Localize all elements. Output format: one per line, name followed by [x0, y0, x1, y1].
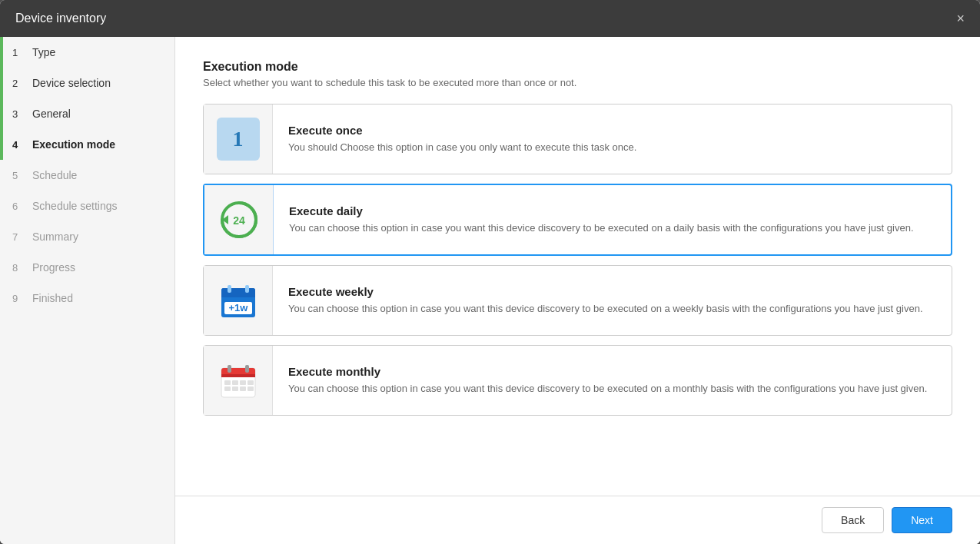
option-icon-box-monthly: [204, 346, 273, 415]
sidebar-bar: [0, 129, 3, 160]
option-card-daily[interactable]: 24 Execute dailyYou can choose this opti…: [203, 184, 952, 256]
content-area: Execution mode Select whether you want t…: [175, 37, 980, 544]
option-desc-monthly: You can choose this option in case you w…: [288, 381, 936, 396]
back-button[interactable]: Back: [822, 507, 884, 533]
step-number: 2: [12, 78, 25, 89]
step-number: 5: [12, 170, 25, 181]
svg-rect-13: [228, 365, 231, 373]
svg-rect-12: [221, 374, 255, 377]
option-text-once: Execute onceYou should Choose this optio…: [273, 113, 952, 166]
svg-rect-16: [232, 380, 238, 385]
execute-monthly-icon: [217, 359, 260, 402]
option-text-monthly: Execute monthlyYou can choose this optio…: [273, 354, 952, 407]
option-icon-box-daily: 24: [204, 185, 274, 254]
option-desc-weekly: You can choose this option in case you w…: [288, 301, 936, 317]
step-label: Summary: [32, 231, 78, 243]
step-label: Type: [32, 46, 55, 58]
step-number: 3: [12, 108, 25, 120]
svg-text:+1w: +1w: [228, 302, 248, 313]
sidebar-item-0[interactable]: 1Type: [0, 37, 174, 68]
section-title: Execution mode: [203, 60, 952, 74]
sidebar-bar: [0, 68, 3, 98]
svg-rect-18: [247, 380, 254, 385]
svg-rect-5: [221, 294, 255, 297]
step-number: 8: [12, 262, 25, 274]
option-text-weekly: Execute weeklyYou can choose this option…: [273, 274, 952, 327]
execute-once-icon: 1: [217, 118, 260, 161]
sidebar-item-4: 5Schedule: [0, 160, 174, 191]
options-container: 1Execute onceYou should Choose this opti…: [203, 104, 952, 416]
svg-rect-7: [245, 285, 249, 293]
modal-header: Device inventory ×: [0, 0, 980, 37]
sidebar-item-6: 7Summary: [0, 221, 174, 252]
step-number: 1: [12, 47, 25, 58]
sidebar-bar: [0, 98, 3, 129]
step-number: 6: [12, 201, 25, 212]
step-label: Progress: [32, 261, 75, 274]
svg-rect-14: [245, 365, 249, 373]
option-card-monthly[interactable]: Execute monthlyYou can choose this optio…: [203, 345, 952, 416]
step-number: 4: [12, 139, 25, 151]
modal-title: Device inventory: [15, 12, 106, 25]
option-card-weekly[interactable]: +1w Execute weeklyYou can choose this op…: [203, 265, 952, 336]
modal-body: 1Type2Device selection3General4Execution…: [0, 37, 980, 544]
option-label-weekly: Execute weekly: [288, 285, 936, 298]
sidebar-item-5: 6Schedule settings: [0, 191, 174, 221]
option-label-once: Execute once: [288, 124, 936, 137]
sidebar: 1Type2Device selection3General4Execution…: [0, 37, 175, 544]
step-label: Finished: [32, 292, 73, 304]
step-number: 9: [12, 293, 25, 304]
sidebar-item-1[interactable]: 2Device selection: [0, 68, 174, 98]
next-button[interactable]: Next: [892, 507, 952, 533]
content-main: Execution mode Select whether you want t…: [175, 37, 980, 496]
step-label: General: [32, 108, 71, 120]
svg-text:24: 24: [233, 214, 245, 227]
option-label-daily: Execute daily: [289, 204, 935, 217]
step-label: Device selection: [32, 77, 111, 89]
close-icon[interactable]: ×: [956, 12, 965, 25]
sidebar-item-2[interactable]: 3General: [0, 98, 174, 129]
option-icon-box-weekly: +1w: [204, 266, 273, 335]
option-desc-daily: You can choose this option in case you w…: [289, 221, 935, 236]
svg-rect-19: [224, 386, 231, 391]
option-text-daily: Execute dailyYou can choose this option …: [274, 194, 951, 247]
option-icon-box-once: 1: [204, 104, 273, 174]
svg-rect-17: [240, 380, 246, 385]
option-card-once[interactable]: 1Execute onceYou should Choose this opti…: [203, 104, 952, 174]
sidebar-item-3[interactable]: 4Execution mode: [0, 129, 174, 160]
svg-rect-6: [228, 285, 231, 293]
svg-rect-22: [247, 386, 254, 391]
option-label-monthly: Execute monthly: [288, 365, 936, 378]
device-inventory-modal: Device inventory × 1Type2Device selectio…: [0, 0, 980, 544]
sidebar-item-8: 9Finished: [0, 283, 174, 313]
step-number: 7: [12, 231, 25, 243]
option-desc-once: You should Choose this option in case yo…: [288, 140, 936, 155]
step-label: Execution mode: [32, 138, 115, 151]
execute-daily-icon: 24: [218, 198, 261, 241]
sidebar-bar: [0, 37, 3, 68]
sidebar-item-7: 8Progress: [0, 252, 174, 283]
svg-rect-21: [240, 386, 246, 391]
step-label: Schedule: [32, 169, 77, 181]
execute-weekly-icon: +1w: [217, 279, 260, 322]
svg-rect-20: [232, 386, 238, 391]
svg-rect-15: [224, 380, 231, 385]
section-subtitle: Select whether you want to schedule this…: [203, 77, 952, 88]
content-footer: Back Next: [175, 496, 980, 544]
step-label: Schedule settings: [32, 200, 118, 212]
